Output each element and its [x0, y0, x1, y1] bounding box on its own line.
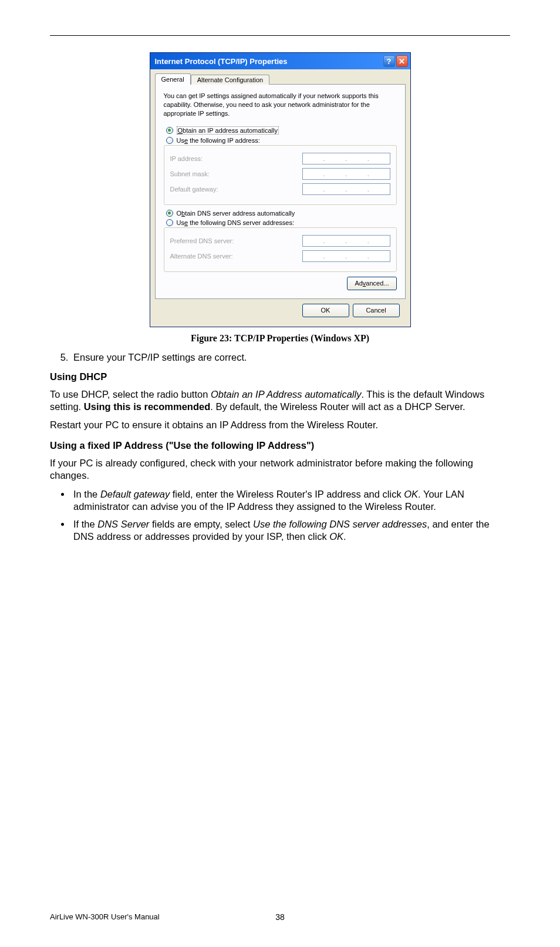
field-label: Alternate DNS server:: [170, 253, 233, 260]
list-item: Ensure your TCP/IP settings are correct.: [71, 352, 510, 363]
heading-fixed-ip: Using a fixed IP Address ("Use the follo…: [50, 440, 510, 451]
field-label: IP address:: [170, 155, 203, 162]
radio-use-dns[interactable]: Use the following DNS server addresses:: [166, 219, 397, 226]
dns-group: Preferred DNS server: ... Alternate DNS …: [164, 227, 397, 272]
paragraph: Restart your PC to ensure it obtains an …: [50, 419, 510, 431]
field-label: Default gateway:: [170, 186, 218, 193]
ok-button[interactable]: OK: [302, 304, 349, 317]
field-subnet-mask: Subnet mask: ...: [170, 168, 390, 180]
footer-left: AirLive WN-300R User's Manual: [50, 912, 160, 921]
radio-label: Obtain DNS server address automatically: [177, 210, 295, 217]
page-number: 38: [275, 912, 285, 922]
paragraph: To use DHCP, select the radio button Obt…: [50, 388, 510, 414]
dialog-title: Internet Protocol (TCP/IP) Properties: [155, 57, 288, 66]
page-footer: AirLive WN-300R User's Manual 38: [50, 912, 510, 921]
radio-icon: [166, 210, 173, 217]
tabstrip: General Alternate Configuration: [155, 73, 406, 85]
ip-input[interactable]: ...: [302, 235, 390, 247]
close-icon[interactable]: ✕: [396, 55, 408, 67]
paragraph: If your PC is already configured, check …: [50, 457, 510, 482]
advanced-button[interactable]: Advanced...: [347, 277, 396, 290]
help-icon[interactable]: ?: [383, 55, 395, 67]
tab-alternate[interactable]: Alternate Configuration: [191, 75, 270, 85]
ip-input[interactable]: ...: [302, 250, 390, 262]
radio-label: Use the following IP address:: [177, 137, 260, 144]
radio-obtain-ip[interactable]: Obtain an IP address automatically: [166, 126, 397, 135]
field-ip-address: IP address: ...: [170, 153, 390, 164]
field-default-gateway: Default gateway: ...: [170, 183, 390, 195]
titlebar-buttons: ? ✕: [383, 55, 408, 67]
radio-icon: [166, 137, 173, 144]
dialog-body: General Alternate Configuration You can …: [150, 69, 410, 327]
advanced-row: Advanced...: [164, 277, 397, 290]
cancel-button[interactable]: Cancel: [353, 304, 400, 317]
tcpip-dialog: Internet Protocol (TCP/IP) Properties ? …: [150, 52, 411, 327]
dialog-footer: OK Cancel: [155, 299, 406, 322]
radio-use-ip[interactable]: Use the following IP address:: [166, 137, 397, 144]
numbered-list: Ensure your TCP/IP settings are correct.: [50, 352, 510, 363]
list-item: In the Default gateway field, enter the …: [71, 488, 510, 513]
field-alternate-dns: Alternate DNS server: ...: [170, 250, 390, 262]
radio-label: Use the following DNS server addresses:: [177, 219, 295, 226]
radio-obtain-dns[interactable]: Obtain DNS server address automatically: [166, 210, 397, 217]
bullet-list: In the Default gateway field, enter the …: [50, 488, 510, 543]
ip-input[interactable]: ...: [302, 168, 390, 180]
ip-input[interactable]: ...: [302, 183, 390, 195]
tab-panel: You can get IP settings assigned automat…: [155, 84, 406, 299]
dialog-screenshot: Internet Protocol (TCP/IP) Properties ? …: [150, 52, 411, 327]
radio-icon: [166, 219, 173, 226]
ip-input[interactable]: ...: [302, 153, 390, 164]
header-rule: [50, 35, 510, 36]
page: Internet Protocol (TCP/IP) Properties ? …: [0, 0, 560, 947]
tab-general[interactable]: General: [155, 73, 191, 85]
radio-icon: [166, 127, 173, 134]
figure-caption: Figure 23: TCP/IP Properties (Windows XP…: [50, 333, 510, 344]
ip-group: IP address: ... Subnet mask: ... Default…: [164, 145, 397, 205]
field-label: Preferred DNS server:: [170, 237, 234, 244]
field-label: Subnet mask:: [170, 170, 210, 177]
field-preferred-dns: Preferred DNS server: ...: [170, 235, 390, 247]
list-item: If the DNS Server fields are empty, sele…: [71, 518, 510, 543]
description-text: You can get IP settings assigned automat…: [164, 92, 397, 118]
heading-using-dhcp: Using DHCP: [50, 371, 510, 382]
radio-label: Obtain an IP address automatically: [177, 126, 279, 135]
titlebar: Internet Protocol (TCP/IP) Properties ? …: [150, 53, 410, 69]
